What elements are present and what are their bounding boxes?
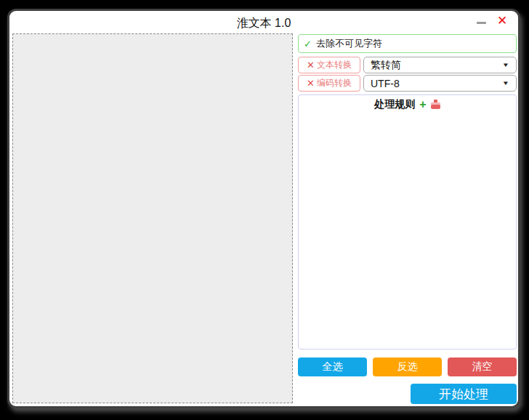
minimize-button[interactable]: [475, 17, 488, 28]
encoding-convert-row: ✕ 编码转换 UTF-8 ▼: [298, 75, 517, 92]
encoding-convert-label: 编码转换: [317, 77, 352, 89]
text-convert-toggle[interactable]: ✕ 文本转换: [298, 57, 360, 73]
remove-invisible-option[interactable]: ✓ 去除不可见字符: [298, 34, 517, 53]
remove-invisible-label: 去除不可见字符: [316, 37, 382, 50]
file-drop-area[interactable]: [12, 33, 293, 403]
window-title: 淮文本 1.0: [9, 11, 518, 31]
close-button[interactable]: ✕: [495, 13, 509, 29]
add-rule-button[interactable]: +: [419, 100, 426, 110]
titlebar[interactable]: 淮文本 1.0 ✕: [9, 11, 518, 33]
minimize-icon: [477, 22, 486, 24]
check-icon: ✓: [304, 39, 312, 49]
chevron-down-icon: ▼: [502, 80, 509, 86]
x-icon: ✕: [307, 60, 315, 70]
select-all-button[interactable]: 全选: [298, 358, 367, 376]
chevron-down-icon: ▼: [502, 62, 509, 68]
rules-panel: 处理规则 +: [298, 94, 517, 350]
text-convert-value: 繁转简: [371, 59, 401, 72]
rules-title: 处理规则: [374, 98, 415, 111]
encoding-convert-select[interactable]: UTF-8 ▼: [363, 75, 517, 92]
start-processing-button[interactable]: 开始处理: [411, 384, 517, 404]
invert-selection-button[interactable]: 反选: [373, 358, 442, 376]
encoding-convert-value: UTF-8: [371, 78, 400, 89]
rules-header: 处理规则 +: [299, 95, 516, 111]
text-convert-row: ✕ 文本转换 繁转简 ▼: [298, 57, 517, 73]
desktop-background: 淮文本 1.0 ✕ ✓ 去除不可见字符 ✕ 文本转换 繁转简 ▼: [0, 0, 529, 420]
encoding-convert-toggle[interactable]: ✕ 编码转换: [298, 75, 360, 92]
text-convert-select[interactable]: 繁转简 ▼: [363, 57, 517, 73]
clear-rules-button[interactable]: [431, 100, 440, 110]
start-row: 开始处理: [298, 384, 517, 404]
clear-button[interactable]: 清空: [448, 358, 517, 376]
selection-buttons: 全选 反选 清空: [298, 358, 517, 376]
app-window: 淮文本 1.0 ✕ ✓ 去除不可见字符 ✕ 文本转换 繁转简 ▼: [7, 9, 520, 408]
x-icon: ✕: [307, 78, 315, 89]
options-panel: ✓ 去除不可见字符 ✕ 文本转换 繁转简 ▼ ✕ 编码转换: [298, 34, 517, 404]
text-convert-label: 文本转换: [317, 59, 352, 71]
